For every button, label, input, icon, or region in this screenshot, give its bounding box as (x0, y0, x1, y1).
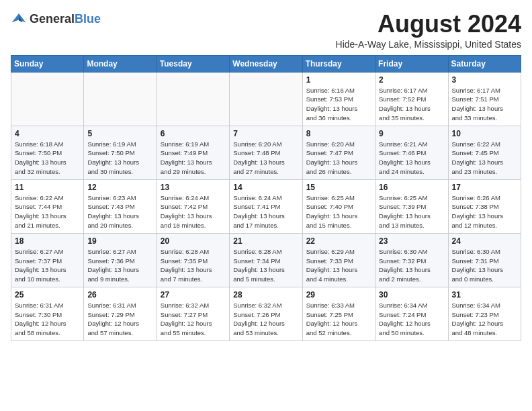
day-info: Sunrise: 6:31 AMSunset: 7:29 PMDaylight:… (87, 301, 152, 338)
day-number: 2 (379, 75, 444, 85)
day-info: Sunrise: 6:33 AMSunset: 7:25 PMDaylight:… (306, 301, 371, 338)
calendar-cell[interactable]: 15Sunrise: 6:25 AMSunset: 7:40 PMDayligh… (302, 179, 375, 233)
calendar-cell[interactable]: 14Sunrise: 6:24 AMSunset: 7:41 PMDayligh… (230, 179, 302, 233)
day-info: Sunrise: 6:20 AMSunset: 7:47 PMDaylight:… (306, 140, 371, 177)
calendar-cell[interactable]: 19Sunrise: 6:27 AMSunset: 7:36 PMDayligh… (84, 233, 157, 287)
page-header: GeneralBlue August 2024 Hide-A-Way Lake,… (11, 11, 521, 50)
calendar-cell[interactable]: 17Sunrise: 6:26 AMSunset: 7:38 PMDayligh… (448, 179, 521, 233)
day-info: Sunrise: 6:21 AMSunset: 7:46 PMDaylight:… (379, 140, 444, 177)
calendar-cell[interactable]: 29Sunrise: 6:33 AMSunset: 7:25 PMDayligh… (302, 287, 375, 340)
day-number: 25 (15, 290, 80, 300)
day-number: 28 (233, 290, 298, 300)
calendar-cell[interactable]: 23Sunrise: 6:30 AMSunset: 7:32 PMDayligh… (375, 233, 448, 287)
day-info: Sunrise: 6:32 AMSunset: 7:27 PMDaylight:… (161, 301, 226, 338)
day-number: 7 (233, 129, 298, 138)
day-number: 22 (306, 236, 371, 246)
calendar-cell[interactable]: 18Sunrise: 6:27 AMSunset: 7:37 PMDayligh… (11, 233, 84, 287)
calendar-cell[interactable]: 20Sunrise: 6:28 AMSunset: 7:35 PMDayligh… (157, 233, 229, 287)
weekday-header-sunday: Sunday (11, 55, 84, 72)
day-info: Sunrise: 6:20 AMSunset: 7:48 PMDaylight:… (233, 140, 298, 177)
day-number: 3 (452, 75, 517, 85)
calendar-week-2: 4Sunrise: 6:18 AMSunset: 7:50 PMDaylight… (11, 126, 521, 179)
day-info: Sunrise: 6:30 AMSunset: 7:31 PMDaylight:… (452, 247, 517, 284)
calendar-cell[interactable]: 21Sunrise: 6:28 AMSunset: 7:34 PMDayligh… (230, 233, 302, 287)
day-info: Sunrise: 6:19 AMSunset: 7:49 PMDaylight:… (161, 140, 226, 177)
day-info: Sunrise: 6:30 AMSunset: 7:32 PMDaylight:… (379, 247, 444, 284)
calendar-cell[interactable]: 2Sunrise: 6:17 AMSunset: 7:52 PMDaylight… (375, 72, 448, 126)
calendar-cell[interactable]: 24Sunrise: 6:30 AMSunset: 7:31 PMDayligh… (448, 233, 521, 287)
day-info: Sunrise: 6:26 AMSunset: 7:38 PMDaylight:… (452, 193, 517, 230)
day-info: Sunrise: 6:34 AMSunset: 7:24 PMDaylight:… (379, 301, 444, 338)
month-year-title: August 2024 (336, 11, 521, 38)
logo-bird-icon (11, 11, 27, 27)
day-number: 8 (306, 129, 371, 138)
day-number: 13 (161, 183, 226, 192)
day-info: Sunrise: 6:28 AMSunset: 7:34 PMDaylight:… (233, 247, 298, 284)
day-info: Sunrise: 6:16 AMSunset: 7:53 PMDaylight:… (306, 86, 371, 123)
calendar-cell[interactable]: 11Sunrise: 6:22 AMSunset: 7:44 PMDayligh… (11, 179, 84, 233)
day-info: Sunrise: 6:17 AMSunset: 7:51 PMDaylight:… (452, 86, 517, 123)
day-info: Sunrise: 6:23 AMSunset: 7:43 PMDaylight:… (87, 193, 152, 230)
logo: GeneralBlue (11, 11, 101, 27)
day-number: 26 (87, 290, 152, 300)
day-info: Sunrise: 6:24 AMSunset: 7:41 PMDaylight:… (233, 193, 298, 230)
calendar-cell[interactable]: 25Sunrise: 6:31 AMSunset: 7:30 PMDayligh… (11, 287, 84, 340)
day-number: 4 (15, 129, 80, 138)
calendar-week-5: 25Sunrise: 6:31 AMSunset: 7:30 PMDayligh… (11, 287, 521, 340)
weekday-header-tuesday: Tuesday (157, 55, 229, 72)
calendar-cell[interactable]: 16Sunrise: 6:25 AMSunset: 7:39 PMDayligh… (375, 179, 448, 233)
day-number: 30 (379, 290, 444, 300)
day-info: Sunrise: 6:19 AMSunset: 7:50 PMDaylight:… (87, 140, 152, 177)
day-number: 9 (379, 129, 444, 138)
calendar-cell[interactable]: 13Sunrise: 6:24 AMSunset: 7:42 PMDayligh… (157, 179, 229, 233)
calendar-cell[interactable]: 28Sunrise: 6:32 AMSunset: 7:26 PMDayligh… (230, 287, 302, 340)
day-info: Sunrise: 6:25 AMSunset: 7:39 PMDaylight:… (379, 193, 444, 230)
calendar-cell[interactable]: 4Sunrise: 6:18 AMSunset: 7:50 PMDaylight… (11, 126, 84, 179)
day-number: 27 (161, 290, 226, 300)
day-number: 10 (452, 129, 517, 138)
calendar-cell[interactable]: 12Sunrise: 6:23 AMSunset: 7:43 PMDayligh… (84, 179, 157, 233)
calendar-cell[interactable]: 31Sunrise: 6:34 AMSunset: 7:23 PMDayligh… (448, 287, 521, 340)
day-number: 5 (87, 129, 152, 138)
day-number: 1 (306, 75, 371, 85)
calendar-cell[interactable]: 30Sunrise: 6:34 AMSunset: 7:24 PMDayligh… (375, 287, 448, 340)
logo-general: General (30, 13, 75, 25)
day-info: Sunrise: 6:22 AMSunset: 7:45 PMDaylight:… (452, 140, 517, 177)
calendar-week-3: 11Sunrise: 6:22 AMSunset: 7:44 PMDayligh… (11, 179, 521, 233)
calendar-cell[interactable]: 8Sunrise: 6:20 AMSunset: 7:47 PMDaylight… (302, 126, 375, 179)
weekday-header-row: SundayMondayTuesdayWednesdayThursdayFrid… (11, 55, 521, 72)
calendar-cell[interactable]: 7Sunrise: 6:20 AMSunset: 7:48 PMDaylight… (230, 126, 302, 179)
calendar-cell[interactable]: 1Sunrise: 6:16 AMSunset: 7:53 PMDaylight… (302, 72, 375, 126)
day-number: 29 (306, 290, 371, 300)
day-number: 20 (161, 236, 226, 246)
calendar-week-1: 1Sunrise: 6:16 AMSunset: 7:53 PMDaylight… (11, 72, 521, 126)
logo-blue: Blue (75, 13, 101, 25)
weekday-header-friday: Friday (375, 55, 448, 72)
day-info: Sunrise: 6:32 AMSunset: 7:26 PMDaylight:… (233, 301, 298, 338)
calendar-cell[interactable]: 9Sunrise: 6:21 AMSunset: 7:46 PMDaylight… (375, 126, 448, 179)
day-number: 17 (452, 183, 517, 192)
day-info: Sunrise: 6:27 AMSunset: 7:36 PMDaylight:… (87, 247, 152, 284)
calendar-cell[interactable]: 6Sunrise: 6:19 AMSunset: 7:49 PMDaylight… (157, 126, 229, 179)
day-info: Sunrise: 6:22 AMSunset: 7:44 PMDaylight:… (15, 193, 80, 230)
day-info: Sunrise: 6:29 AMSunset: 7:33 PMDaylight:… (306, 247, 371, 284)
calendar-cell[interactable]: 26Sunrise: 6:31 AMSunset: 7:29 PMDayligh… (84, 287, 157, 340)
day-number: 11 (15, 183, 80, 192)
calendar-cell (230, 72, 302, 126)
calendar-cell[interactable]: 10Sunrise: 6:22 AMSunset: 7:45 PMDayligh… (448, 126, 521, 179)
weekday-header-saturday: Saturday (448, 55, 521, 72)
calendar-week-4: 18Sunrise: 6:27 AMSunset: 7:37 PMDayligh… (11, 233, 521, 287)
day-info: Sunrise: 6:34 AMSunset: 7:23 PMDaylight:… (452, 301, 517, 338)
day-info: Sunrise: 6:27 AMSunset: 7:37 PMDaylight:… (15, 247, 80, 284)
location-subtitle: Hide-A-Way Lake, Mississippi, United Sta… (336, 39, 521, 50)
day-number: 12 (87, 183, 152, 192)
day-number: 18 (15, 236, 80, 246)
calendar-cell[interactable]: 27Sunrise: 6:32 AMSunset: 7:27 PMDayligh… (157, 287, 229, 340)
logo-text: GeneralBlue (30, 13, 101, 25)
day-info: Sunrise: 6:31 AMSunset: 7:30 PMDaylight:… (15, 301, 80, 338)
calendar-cell[interactable]: 5Sunrise: 6:19 AMSunset: 7:50 PMDaylight… (84, 126, 157, 179)
calendar-cell (84, 72, 157, 126)
calendar-cell[interactable]: 3Sunrise: 6:17 AMSunset: 7:51 PMDaylight… (448, 72, 521, 126)
calendar-cell[interactable]: 22Sunrise: 6:29 AMSunset: 7:33 PMDayligh… (302, 233, 375, 287)
weekday-header-thursday: Thursday (302, 55, 375, 72)
